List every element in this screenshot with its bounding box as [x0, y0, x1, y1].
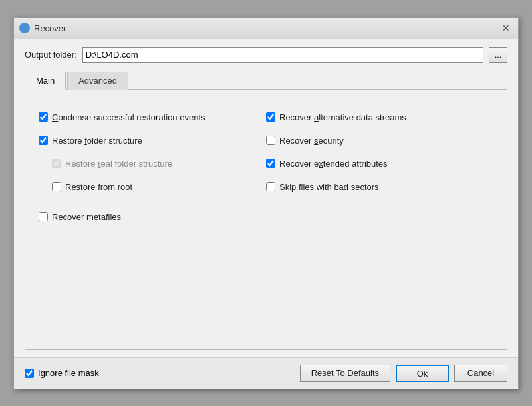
condense-label[interactable]: Condense successful restoration events: [52, 112, 205, 122]
dialog-title: Recover: [34, 23, 66, 33]
title-bar: Recover ✕: [14, 18, 518, 39]
output-folder-label: Output folder:: [25, 50, 77, 60]
restore-root-checkbox[interactable]: [52, 182, 61, 191]
ok-button[interactable]: Ok: [396, 365, 449, 382]
recover-dialog: Recover ✕ Output folder: ... Main Advanc…: [13, 17, 519, 389]
option-restore-folder: Restore folder structure: [39, 129, 266, 152]
left-column: Condense successful restoration events R…: [39, 106, 266, 229]
recover-security-checkbox[interactable]: [266, 136, 275, 145]
restore-real-checkbox: [52, 159, 61, 168]
output-folder-row: Output folder: ...: [25, 47, 507, 63]
recover-icon: [19, 23, 30, 33]
cancel-button[interactable]: Cancel: [454, 365, 507, 382]
option-recover-alt: Recover alternative data streams: [266, 106, 493, 129]
option-recover-metafiles: Recover metafiles: [39, 199, 266, 229]
tab-content-main: Condense successful restoration events R…: [25, 90, 507, 350]
recover-metafiles-label[interactable]: Recover metafiles: [52, 212, 121, 222]
recover-alt-checkbox[interactable]: [266, 112, 275, 122]
skip-bad-checkbox[interactable]: [266, 182, 275, 191]
footer-left: Ignore file mask: [25, 368, 99, 378]
dialog-footer: Ignore file mask Reset To Defaults Ok Ca…: [14, 357, 518, 389]
recover-extended-label[interactable]: Recover extended attributes: [279, 159, 388, 169]
output-folder-input[interactable]: [82, 47, 483, 63]
tab-advanced[interactable]: Advanced: [67, 72, 128, 90]
option-recover-extended: Recover extended attributes: [266, 152, 493, 175]
recover-extended-checkbox[interactable]: [266, 159, 275, 168]
recover-metafiles-checkbox[interactable]: [39, 212, 48, 221]
restore-real-label: Restore real folder structure: [65, 159, 172, 169]
option-condense: Condense successful restoration events: [39, 106, 266, 129]
ignore-file-mask-label[interactable]: Ignore file mask: [38, 368, 99, 378]
options-grid: Condense successful restoration events R…: [39, 106, 493, 229]
ignore-file-mask-container: Ignore file mask: [25, 368, 99, 378]
recover-security-label[interactable]: Recover security: [279, 136, 344, 146]
ignore-file-mask-checkbox[interactable]: [25, 369, 34, 378]
condense-checkbox[interactable]: [39, 112, 48, 122]
svg-point-0: [21, 24, 29, 32]
footer-right: Reset To Defaults Ok Cancel: [300, 365, 507, 382]
tab-main[interactable]: Main: [25, 72, 66, 90]
title-bar-left: Recover: [19, 23, 66, 33]
restore-root-label[interactable]: Restore from root: [65, 182, 132, 192]
restore-folder-checkbox[interactable]: [39, 136, 48, 145]
dialog-body: Output folder: ... Main Advanced Condens…: [14, 39, 518, 357]
skip-bad-label[interactable]: Skip files with bad sectors: [279, 182, 379, 192]
option-recover-security: Recover security: [266, 129, 493, 152]
option-restore-real: Restore real folder structure: [39, 152, 266, 175]
recover-alt-label[interactable]: Recover alternative data streams: [279, 112, 406, 122]
close-button[interactable]: ✕: [499, 21, 513, 35]
option-skip-bad: Skip files with bad sectors: [266, 175, 493, 199]
tabs-container: Main Advanced: [25, 71, 507, 90]
option-restore-root: Restore from root: [39, 175, 266, 199]
browse-button[interactable]: ...: [489, 47, 507, 63]
restore-folder-label[interactable]: Restore folder structure: [52, 136, 142, 146]
reset-defaults-button[interactable]: Reset To Defaults: [300, 365, 390, 382]
right-column: Recover alternative data streams Recover…: [266, 106, 493, 229]
